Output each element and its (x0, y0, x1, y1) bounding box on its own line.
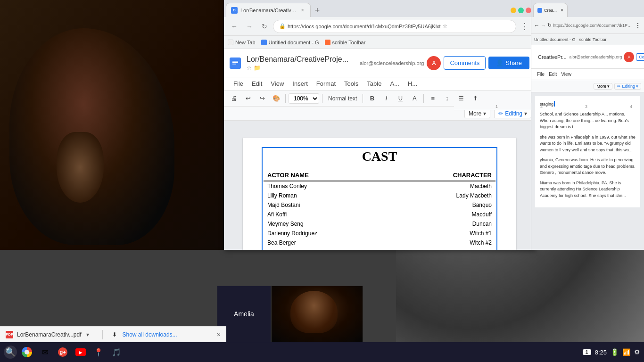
taskbar-gmail-icon[interactable]: ✉ (37, 344, 53, 360)
right-tab-docs[interactable]: Crea... × (533, 3, 568, 17)
right-menu-btn[interactable]: ⋮ (635, 22, 641, 29)
actor-name-cell: Meymey Seng (264, 219, 392, 229)
text-color-btn[interactable]: A (408, 92, 421, 105)
download-expand-icon[interactable]: ▾ (86, 331, 89, 338)
hand-gesture (57, 132, 104, 203)
right-refresh-btn[interactable]: ↻ (547, 22, 552, 28)
taskbar-settings-icon[interactable]: ⚙ (634, 348, 640, 356)
print-btn[interactable]: 🖨 (228, 92, 240, 105)
menu-tools[interactable]: Tools (340, 79, 362, 89)
right-menu-file[interactable]: File (535, 71, 546, 78)
maximize-btn-main[interactable] (518, 8, 524, 13)
tab-favicon-docs: D (231, 7, 238, 14)
back-btn-main[interactable]: ← (228, 20, 241, 33)
menu-insert[interactable]: Insert (289, 79, 312, 89)
actor-name-header: ACTOR NAME (264, 170, 392, 181)
menu-add-ons[interactable]: A... (386, 79, 403, 89)
star-icon[interactable]: ☆ (443, 23, 447, 29)
download-arrow-icon: ⬇ (112, 331, 117, 338)
taskbar-search-icon[interactable]: 🔍 (4, 346, 17, 359)
tab-close-docs[interactable]: × (299, 7, 305, 14)
actor-name-cell: Majd Bostani (264, 200, 392, 210)
main-url-bar[interactable]: 🔒 https://docs.google.com/document/d/1cM… (273, 20, 516, 33)
share-btn[interactable]: 👤 Share (488, 57, 529, 69)
right-forward-btn[interactable]: → (541, 23, 546, 28)
maps-icon: 📍 (94, 348, 103, 357)
menu-format[interactable]: Format (313, 79, 339, 89)
paint-format-btn[interactable]: 🎨 (270, 92, 282, 105)
menu-edit[interactable]: Edit (248, 79, 266, 89)
cast-table-row: Afi KoffiMacduff (264, 210, 495, 219)
bookmark-label-scrible: scrible Toolbar (332, 40, 366, 45)
character-cell: Lady Macbeth (392, 191, 495, 200)
pencil-icon: ✏ (498, 110, 503, 117)
undo-btn[interactable]: ↩ (242, 92, 254, 105)
cast-table-row: Majd BostaniBanquo (264, 200, 495, 210)
more-chevron: ▾ (483, 110, 486, 117)
star-doc-icon[interactable]: ☆ (247, 65, 252, 71)
forward-btn-main[interactable]: → (243, 20, 256, 33)
zoom-selector[interactable]: 100% (289, 93, 319, 104)
taskbar-maps-icon[interactable]: 📍 (91, 344, 107, 360)
right-bookmark-untitled[interactable]: Untitled document - G (534, 37, 576, 42)
right-url-text: https://docs.google.com/document/d/1PW7U… (553, 23, 633, 28)
right-para-4: ylvania, Genero was born. He is atte to … (540, 157, 636, 176)
underline-btn[interactable]: U (394, 92, 406, 105)
menu-view[interactable]: View (267, 79, 288, 89)
cursor-blink (554, 101, 555, 107)
align-btn[interactable]: ≡ (427, 92, 439, 105)
thumbnail-person-img (272, 286, 363, 342)
download-pdf-icon: PDF (6, 331, 13, 338)
tab-docs-main[interactable]: D Lor/Benamara/CreativePr... × (226, 3, 311, 17)
menu-btn-main[interactable]: ⋮ (518, 20, 531, 33)
cast-table-row: Meymey SengDuncan (264, 219, 495, 229)
minimize-btn-main[interactable] (511, 8, 516, 13)
character-cell: Macbeth (392, 181, 495, 191)
right-address-bar: ← → ↻ https://docs.google.com/document/d… (531, 17, 644, 34)
right-editing-dropdown[interactable]: ✏ Editing ▾ (614, 83, 641, 90)
main-tab-bar: D Lor/Benamara/CreativePr... × + (224, 0, 535, 17)
line-spacing-btn[interactable]: ↕ (441, 92, 453, 105)
thumbnail-name: Amelia (234, 310, 254, 318)
comments-btn[interactable]: Comments (444, 56, 486, 70)
normal-text-btn[interactable]: Normal text (325, 92, 360, 105)
taskbar-music-icon[interactable]: 🎵 (108, 344, 124, 360)
taskbar-network-icon: 📶 (622, 348, 630, 356)
menu-help[interactable]: H... (404, 79, 421, 89)
bookmark-untitled[interactable]: Untitled document - G (261, 40, 319, 45)
right-bookmark-scrible[interactable]: scrible Toolbar (579, 37, 607, 42)
bookmark-newtab[interactable]: New Tab (228, 40, 256, 45)
download-close-btn[interactable]: × (217, 331, 221, 338)
new-tab-btn-main[interactable]: + (311, 4, 324, 17)
right-url-bar[interactable]: https://docs.google.com/document/d/1PW7U… (553, 23, 633, 28)
cast-table-header-row: ACTOR NAME CHARACTER (264, 170, 495, 181)
right-docs-title-area: CreativePr... (538, 54, 567, 60)
taskbar-gplus-icon[interactable]: g+ (55, 344, 71, 360)
doc-page: CAST ACTOR NAME CHARACTER Thomas ConleyM… (243, 138, 516, 250)
right-menu-view[interactable]: View (559, 71, 573, 78)
bookmark-favicon-scrible (325, 40, 330, 45)
right-tab-close[interactable]: × (561, 8, 563, 13)
right-user-avatar: A (624, 52, 634, 62)
redo-btn[interactable]: ↪ (256, 92, 268, 105)
right-more-dropdown[interactable]: More ▾ (594, 83, 612, 90)
right-comments-btn[interactable]: Comments (636, 53, 644, 61)
refresh-btn-main[interactable]: ↻ (258, 20, 271, 33)
right-menu-edit[interactable]: Edit (547, 71, 559, 78)
thumbnail-face (290, 291, 338, 333)
user-email: alor@scienceleadership.org (360, 60, 424, 66)
show-all-downloads-btn[interactable]: Show all downloads... (123, 331, 177, 338)
menu-file[interactable]: File (230, 79, 247, 89)
italic-btn[interactable]: I (380, 92, 392, 105)
taskbar-chrome-icon[interactable] (19, 344, 35, 360)
bold-btn[interactable]: B (366, 92, 378, 105)
character-cell: Witch #1 (392, 229, 495, 238)
menu-table[interactable]: Table (363, 79, 385, 89)
download-filename: LorBenamaraCreativ...pdf (17, 331, 82, 338)
right-tab-favicon (537, 8, 542, 13)
right-back-btn[interactable]: ← (534, 23, 539, 28)
download-bar: PDF LorBenamaraCreativ...pdf ▾ ⬇ Show al… (0, 326, 226, 342)
bookmark-scrible[interactable]: scrible Toolbar (325, 40, 366, 45)
folder-icon[interactable]: 📁 (254, 65, 261, 71)
taskbar-youtube-icon[interactable]: ▶ (73, 344, 89, 360)
